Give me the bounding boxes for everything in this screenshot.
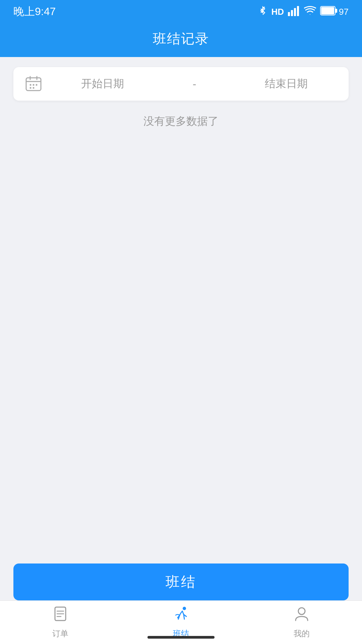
svg-rect-3 xyxy=(297,6,299,16)
svg-point-21 xyxy=(298,608,305,614)
cell-signal-icon xyxy=(288,5,300,18)
bottom-action-area: 班结 xyxy=(13,564,349,600)
orders-label: 订单 xyxy=(52,628,68,639)
banjie-icon xyxy=(172,606,190,626)
wifi-icon xyxy=(304,5,316,18)
date-dash: - xyxy=(193,78,196,90)
svg-rect-5 xyxy=(321,7,334,14)
svg-rect-1 xyxy=(291,10,293,16)
date-filter-bar[interactable]: 开始日期 - 结束日期 xyxy=(13,67,349,101)
status-time: 晚上9:47 xyxy=(13,4,56,19)
mine-label: 我的 xyxy=(294,628,310,639)
empty-state-message: 没有更多数据了 xyxy=(143,115,219,127)
end-date[interactable]: 结束日期 xyxy=(265,76,308,91)
signal-icon: HD xyxy=(272,7,284,17)
svg-point-15 xyxy=(33,87,35,89)
main-content: 开始日期 - 结束日期 没有更多数据了 xyxy=(0,57,362,139)
svg-point-11 xyxy=(30,84,32,86)
battery-icon xyxy=(320,6,338,18)
page-title: 班结记录 xyxy=(153,30,209,48)
svg-point-13 xyxy=(36,84,38,86)
mine-icon xyxy=(294,606,310,626)
status-icons: HD 97 xyxy=(258,5,349,19)
calendar-icon[interactable] xyxy=(23,74,44,94)
svg-rect-0 xyxy=(288,12,290,16)
date-range-selector[interactable]: 开始日期 - 结束日期 xyxy=(50,76,339,91)
nav-item-mine[interactable]: 我的 xyxy=(241,601,362,644)
svg-point-12 xyxy=(33,84,35,86)
battery-percent: 97 xyxy=(339,7,349,17)
start-date[interactable]: 开始日期 xyxy=(81,76,124,91)
ban-jie-button[interactable]: 班结 xyxy=(13,564,349,600)
orders-icon xyxy=(52,606,68,626)
svg-rect-2 xyxy=(294,8,296,16)
status-bar: 晚上9:47 HD xyxy=(0,0,362,23)
home-indicator xyxy=(147,636,215,639)
nav-item-orders[interactable]: 订单 xyxy=(0,601,121,644)
empty-state: 没有更多数据了 xyxy=(13,114,349,129)
page-header: 班结记录 xyxy=(0,23,362,57)
svg-point-14 xyxy=(30,87,32,89)
svg-rect-6 xyxy=(335,9,337,13)
svg-point-20 xyxy=(183,607,186,610)
bluetooth-icon xyxy=(258,5,267,19)
